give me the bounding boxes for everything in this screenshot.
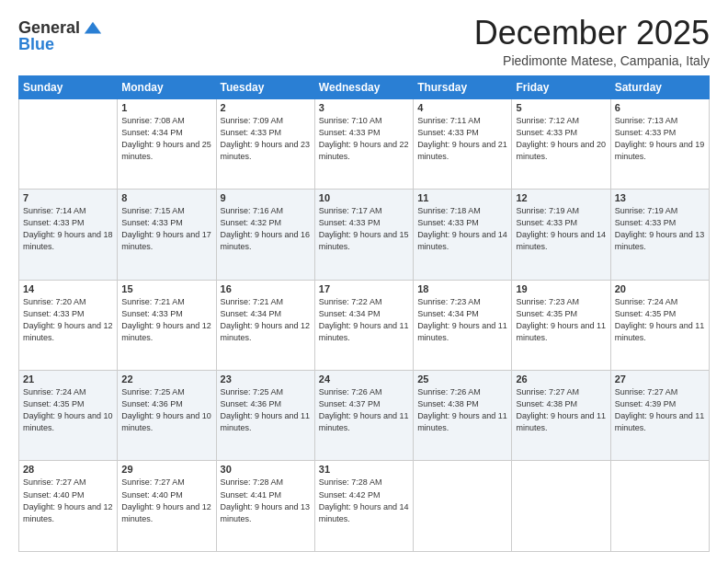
table-row xyxy=(512,461,610,552)
table-row xyxy=(19,98,118,189)
day-info: Sunrise: 7:24 AMSunset: 4:35 PMDaylight:… xyxy=(23,386,113,434)
day-info: Sunrise: 7:10 AMSunset: 4:33 PMDaylight:… xyxy=(319,115,409,163)
day-info: Sunrise: 7:21 AMSunset: 4:34 PMDaylight:… xyxy=(221,296,311,344)
calendar-table: Sunday Monday Tuesday Wednesday Thursday… xyxy=(18,75,710,552)
calendar-week-row: 28 Sunrise: 7:27 AMSunset: 4:40 PMDaylig… xyxy=(19,461,710,552)
table-row: 15 Sunrise: 7:21 AMSunset: 4:33 PMDaylig… xyxy=(118,280,216,370)
table-row: 30 Sunrise: 7:28 AMSunset: 4:41 PMDaylig… xyxy=(216,461,314,552)
header-thursday: Thursday xyxy=(414,75,512,98)
day-number: 17 xyxy=(319,283,409,294)
day-info: Sunrise: 7:24 AMSunset: 4:35 PMDaylight:… xyxy=(615,296,705,344)
calendar-week-row: 21 Sunrise: 7:24 AMSunset: 4:35 PMDaylig… xyxy=(19,371,710,461)
day-number: 6 xyxy=(615,102,705,113)
day-number: 15 xyxy=(121,283,211,294)
day-number: 9 xyxy=(221,192,311,203)
day-info: Sunrise: 7:11 AMSunset: 4:33 PMDaylight:… xyxy=(417,115,507,163)
day-number: 13 xyxy=(615,192,705,203)
day-number: 12 xyxy=(516,192,606,203)
table-row: 1 Sunrise: 7:08 AMSunset: 4:34 PMDayligh… xyxy=(118,98,216,189)
day-number: 3 xyxy=(319,102,409,113)
logo-icon xyxy=(83,18,103,39)
day-info: Sunrise: 7:09 AMSunset: 4:33 PMDaylight:… xyxy=(221,115,311,163)
day-info: Sunrise: 7:18 AMSunset: 4:33 PMDaylight:… xyxy=(417,205,507,253)
day-info: Sunrise: 7:22 AMSunset: 4:34 PMDaylight:… xyxy=(319,296,409,344)
table-row: 21 Sunrise: 7:24 AMSunset: 4:35 PMDaylig… xyxy=(19,371,118,461)
day-number: 2 xyxy=(221,102,311,113)
table-row: 18 Sunrise: 7:23 AMSunset: 4:34 PMDaylig… xyxy=(414,280,512,370)
header-saturday: Saturday xyxy=(610,75,709,98)
table-row: 8 Sunrise: 7:15 AMSunset: 4:33 PMDayligh… xyxy=(118,190,216,280)
day-number: 28 xyxy=(23,464,113,475)
table-row xyxy=(414,461,512,552)
calendar-header-row: Sunday Monday Tuesday Wednesday Thursday… xyxy=(19,75,710,98)
day-number: 19 xyxy=(516,283,606,294)
day-number: 29 xyxy=(121,464,211,475)
day-info: Sunrise: 7:14 AMSunset: 4:33 PMDaylight:… xyxy=(23,205,113,253)
day-info: Sunrise: 7:23 AMSunset: 4:34 PMDaylight:… xyxy=(417,296,507,344)
table-row: 13 Sunrise: 7:19 AMSunset: 4:33 PMDaylig… xyxy=(610,190,709,280)
table-row: 16 Sunrise: 7:21 AMSunset: 4:34 PMDaylig… xyxy=(216,280,314,370)
day-info: Sunrise: 7:17 AMSunset: 4:33 PMDaylight:… xyxy=(319,205,409,253)
header-monday: Monday xyxy=(118,75,216,98)
day-info: Sunrise: 7:23 AMSunset: 4:35 PMDaylight:… xyxy=(516,296,606,344)
day-info: Sunrise: 7:19 AMSunset: 4:33 PMDaylight:… xyxy=(516,205,606,253)
table-row: 27 Sunrise: 7:27 AMSunset: 4:39 PMDaylig… xyxy=(610,371,709,461)
day-number: 1 xyxy=(121,102,211,113)
day-info: Sunrise: 7:16 AMSunset: 4:32 PMDaylight:… xyxy=(221,205,311,253)
header-sunday: Sunday xyxy=(19,75,118,98)
calendar-week-row: 1 Sunrise: 7:08 AMSunset: 4:34 PMDayligh… xyxy=(19,98,710,189)
location: Piedimonte Matese, Campania, Italy xyxy=(474,53,710,68)
day-number: 22 xyxy=(121,373,211,385)
table-row: 10 Sunrise: 7:17 AMSunset: 4:33 PMDaylig… xyxy=(314,190,413,280)
calendar-week-row: 7 Sunrise: 7:14 AMSunset: 4:33 PMDayligh… xyxy=(19,190,710,280)
day-number: 16 xyxy=(221,283,311,294)
table-row: 7 Sunrise: 7:14 AMSunset: 4:33 PMDayligh… xyxy=(19,190,118,280)
day-info: Sunrise: 7:15 AMSunset: 4:33 PMDaylight:… xyxy=(121,205,211,253)
day-info: Sunrise: 7:25 AMSunset: 4:36 PMDaylight:… xyxy=(221,386,311,434)
day-number: 23 xyxy=(221,373,311,385)
day-number: 18 xyxy=(417,283,507,294)
day-info: Sunrise: 7:12 AMSunset: 4:33 PMDaylight:… xyxy=(516,115,606,163)
day-info: Sunrise: 7:27 AMSunset: 4:40 PMDaylight:… xyxy=(121,477,211,524)
table-row xyxy=(610,461,709,552)
header-tuesday: Tuesday xyxy=(216,75,314,98)
table-row: 22 Sunrise: 7:25 AMSunset: 4:36 PMDaylig… xyxy=(118,371,216,461)
table-row: 19 Sunrise: 7:23 AMSunset: 4:35 PMDaylig… xyxy=(512,280,610,370)
calendar-week-row: 14 Sunrise: 7:20 AMSunset: 4:33 PMDaylig… xyxy=(19,280,710,370)
table-row: 20 Sunrise: 7:24 AMSunset: 4:35 PMDaylig… xyxy=(610,280,709,370)
table-row: 12 Sunrise: 7:19 AMSunset: 4:33 PMDaylig… xyxy=(512,190,610,280)
table-row: 26 Sunrise: 7:27 AMSunset: 4:38 PMDaylig… xyxy=(512,371,610,461)
table-row: 24 Sunrise: 7:26 AMSunset: 4:37 PMDaylig… xyxy=(314,371,413,461)
table-row: 6 Sunrise: 7:13 AMSunset: 4:33 PMDayligh… xyxy=(610,98,709,189)
table-row: 14 Sunrise: 7:20 AMSunset: 4:33 PMDaylig… xyxy=(19,280,118,370)
day-info: Sunrise: 7:26 AMSunset: 4:37 PMDaylight:… xyxy=(319,386,409,434)
day-number: 20 xyxy=(615,283,705,294)
day-info: Sunrise: 7:28 AMSunset: 4:42 PMDaylight:… xyxy=(319,477,409,524)
day-info: Sunrise: 7:13 AMSunset: 4:33 PMDaylight:… xyxy=(615,115,705,163)
day-number: 4 xyxy=(417,102,507,113)
day-info: Sunrise: 7:26 AMSunset: 4:38 PMDaylight:… xyxy=(417,386,507,434)
day-number: 10 xyxy=(319,192,409,203)
table-row: 4 Sunrise: 7:11 AMSunset: 4:33 PMDayligh… xyxy=(414,98,512,189)
table-row: 25 Sunrise: 7:26 AMSunset: 4:38 PMDaylig… xyxy=(414,371,512,461)
day-number: 30 xyxy=(221,464,311,475)
page: General Blue December 2025 Piedimonte Ma… xyxy=(0,0,728,563)
month-title: December 2025 xyxy=(474,15,710,52)
table-row: 5 Sunrise: 7:12 AMSunset: 4:33 PMDayligh… xyxy=(512,98,610,189)
title-area: December 2025 Piedimonte Matese, Campani… xyxy=(474,15,710,68)
day-number: 14 xyxy=(23,283,113,294)
day-info: Sunrise: 7:27 AMSunset: 4:39 PMDaylight:… xyxy=(615,386,705,434)
table-row: 29 Sunrise: 7:27 AMSunset: 4:40 PMDaylig… xyxy=(118,461,216,552)
logo: General Blue xyxy=(18,18,103,55)
day-number: 31 xyxy=(319,464,409,475)
day-info: Sunrise: 7:27 AMSunset: 4:38 PMDaylight:… xyxy=(516,386,606,434)
day-number: 11 xyxy=(417,192,507,203)
header-wednesday: Wednesday xyxy=(314,75,413,98)
table-row: 3 Sunrise: 7:10 AMSunset: 4:33 PMDayligh… xyxy=(314,98,413,189)
day-info: Sunrise: 7:25 AMSunset: 4:36 PMDaylight:… xyxy=(121,386,211,434)
day-number: 24 xyxy=(319,373,409,385)
table-row: 9 Sunrise: 7:16 AMSunset: 4:32 PMDayligh… xyxy=(216,190,314,280)
day-info: Sunrise: 7:08 AMSunset: 4:34 PMDaylight:… xyxy=(121,115,211,163)
day-number: 25 xyxy=(417,373,507,385)
table-row: 23 Sunrise: 7:25 AMSunset: 4:36 PMDaylig… xyxy=(216,371,314,461)
